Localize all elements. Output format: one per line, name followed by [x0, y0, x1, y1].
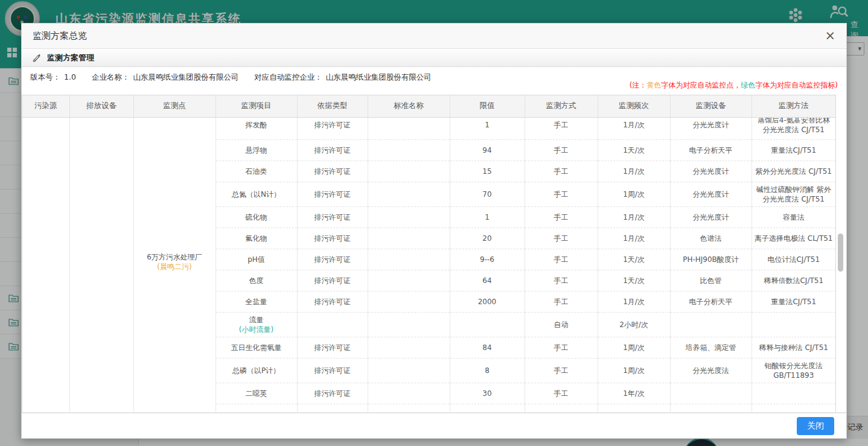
- scrollbar-thumb[interactable]: [838, 234, 843, 272]
- cell-method: 碱性过硫酸钾消解 紫外分光光度法 CJ/T51: [752, 182, 835, 207]
- cell-device: 分光光度计: [670, 161, 752, 182]
- table-scroll-area[interactable]: 6万方污水处理厂(晨鸣二污)挥发酚排污许可证1手工1月/次分光光度计蒸馏后4-氨…: [22, 118, 835, 414]
- cell-method: 蒸馏后4-氨基安替比林分光光度法 CJ/T51: [752, 118, 835, 140]
- cell-method: 重量法CJ/T51: [752, 291, 835, 313]
- monitoring-table-zone: 污染源排放设备监测点监测项目依据类型标准名称限值监测方式监测频次监测设备监测方法…: [22, 95, 847, 415]
- cell-item: 五日生化需氧量: [215, 337, 297, 358]
- note-suffix: 字体为对应自动监控指标): [755, 81, 838, 89]
- modal-title: 监测方案总览: [33, 30, 87, 42]
- cell-method: 稀释倍数法CJ/T51: [752, 270, 835, 291]
- monitoring-table-body-table: 6万方污水处理厂(晨鸣二污)挥发酚排污许可证1手工1月/次分光光度计蒸馏后4-氨…: [22, 118, 835, 413]
- cell-item: 挥发酚: [215, 118, 297, 140]
- cell-standard: [368, 313, 450, 337]
- cell-limit: [450, 313, 525, 337]
- cell-mode: 手工: [525, 228, 598, 249]
- cell-frequency: 1周/次: [598, 337, 670, 358]
- page: 山东省污染源监测信息共享系统 查询: [0, 0, 868, 446]
- cell-mode: 手工: [525, 118, 598, 140]
- cell-mode: 手工: [525, 291, 598, 313]
- cell-standard: [368, 337, 450, 358]
- cell-empty: [450, 404, 525, 413]
- cell-frequency: 1天/次: [598, 270, 670, 291]
- cell-method: [752, 313, 835, 337]
- version-value: 1.0: [64, 72, 76, 81]
- cell-device: 分光光度计: [670, 207, 752, 228]
- cell-limit: 9--6: [450, 249, 525, 270]
- monitoring-table-header: 污染源排放设备监测点监测项目依据类型标准名称限值监测方式监测频次监测设备监测方法: [22, 95, 835, 118]
- cell-limit: 70: [450, 182, 525, 207]
- column-header: 监测点: [133, 95, 215, 117]
- close-button[interactable]: 关闭: [797, 417, 834, 435]
- cell-item: 氟化物: [215, 228, 297, 249]
- table-scrollbar: [838, 117, 843, 413]
- cell-limit: 1: [450, 118, 525, 140]
- cell-basis: 排污许可证: [297, 270, 368, 291]
- cell-device: 电子分析天平: [670, 291, 752, 313]
- cell-empty: [752, 404, 835, 413]
- info-bar: 版本号：1.0 企业名称：山东晨鸣纸业集团股份有限公司 对应自动监控企业：山东晨…: [22, 67, 846, 95]
- auto-company-value: 山东晨鸣纸业集团股份有限公司: [326, 72, 432, 81]
- cell-frequency: 1月/次: [598, 207, 670, 228]
- monitoring-table-body: 6万方污水处理厂(晨鸣二污)挥发酚排污许可证1手工1月/次分光光度计蒸馏后4-氨…: [22, 118, 835, 413]
- cell-empty: [670, 404, 752, 413]
- cell-standard: [368, 118, 450, 140]
- column-header: 监测设备: [670, 95, 752, 117]
- cell-empty: [215, 404, 297, 413]
- cell-mode: 手工: [525, 182, 598, 207]
- note-yellow-word: 黄色: [646, 81, 661, 89]
- cell-basis: 排污许可证: [297, 207, 368, 228]
- cell-basis: 排污许可证: [297, 249, 368, 270]
- plan-info: 版本号：1.0 企业名称：山东晨鸣纸业集团股份有限公司 对应自动监控企业：山东晨…: [30, 67, 435, 95]
- cell-empty: [525, 404, 598, 413]
- cell-limit: 84: [450, 337, 525, 358]
- section-title: 监测方案管理: [47, 53, 94, 63]
- cell-item: 硫化物: [215, 207, 297, 228]
- cell-device: [670, 383, 752, 404]
- cell-item: 全盐量: [215, 291, 297, 313]
- note-mid: 字体为对应自动监控点，: [661, 81, 741, 89]
- cell-device: 电子分析天平: [670, 140, 752, 161]
- cell-device: 分光光度计: [670, 182, 752, 207]
- cell-limit: 2000: [450, 291, 525, 313]
- cell-monitor-point: 6万方污水处理厂(晨鸣二污): [133, 118, 215, 413]
- cell-frequency: 2小时/次: [598, 313, 670, 337]
- table-row: 6万方污水处理厂(晨鸣二污)挥发酚排污许可证1手工1月/次分光光度计蒸馏后4-氨…: [22, 118, 835, 140]
- cell-item: 流量(小时流量): [215, 313, 297, 337]
- cell-device: [670, 313, 752, 337]
- cell-standard: [368, 358, 450, 383]
- cell-frequency: 1月/次: [598, 228, 670, 249]
- cell-basis: 排污许可证: [297, 182, 368, 207]
- column-header: 标准名称: [368, 95, 450, 117]
- cell-frequency: 1天/次: [598, 140, 670, 161]
- column-header: 排放设备: [69, 95, 133, 117]
- cell-basis: 排污许可证: [297, 358, 368, 383]
- column-header: 监测频次: [598, 95, 670, 117]
- cell-frequency: 1月/次: [598, 118, 670, 140]
- column-header: 监测方法: [752, 95, 835, 117]
- cell-pollution-source: [22, 118, 69, 413]
- cell-device: 分光光度法: [670, 358, 752, 383]
- column-header: 监测项目: [215, 95, 297, 117]
- cell-device: 比色管: [670, 270, 752, 291]
- cell-limit: 1: [450, 207, 525, 228]
- cell-standard: [368, 270, 450, 291]
- color-legend-note: (注：黄色字体为对应自动监控点，绿色字体为对应自动监控指标): [630, 80, 838, 95]
- cell-mode: 手工: [525, 207, 598, 228]
- column-header: 污染源: [22, 95, 69, 117]
- cell-standard: [368, 291, 450, 313]
- cell-standard: [368, 383, 450, 404]
- cell-basis: 排污许可证: [297, 118, 368, 140]
- cell-discharge-device: [69, 118, 133, 413]
- close-icon[interactable]: ×: [825, 30, 835, 42]
- cell-basis: 排污许可证: [297, 140, 368, 161]
- cell-mode: 手工: [525, 383, 598, 404]
- cell-basis: [297, 313, 368, 337]
- cell-basis: 排污许可证: [297, 291, 368, 313]
- modal-footer: 关闭: [22, 412, 846, 438]
- auto-company-label: 对应自动监控企业：: [254, 72, 322, 81]
- cell-frequency: 1月/次: [598, 161, 670, 182]
- cell-basis: 排污许可证: [297, 161, 368, 182]
- cell-limit: 8: [450, 358, 525, 383]
- monitoring-table-header-row: 污染源排放设备监测点监测项目依据类型标准名称限值监测方式监测频次监测设备监测方法: [22, 95, 835, 117]
- cell-item: 色度: [215, 270, 297, 291]
